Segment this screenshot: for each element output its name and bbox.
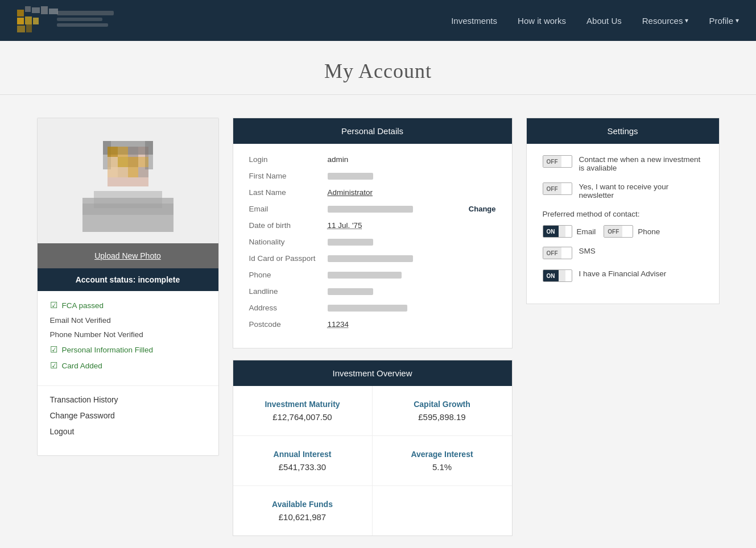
field-nationality-label: Nationality — [249, 238, 323, 246]
settings-sms: OFF SMS — [543, 247, 703, 259]
nav-resources[interactable]: Resources — [642, 16, 689, 26]
field-lastname-value: Administrator — [328, 188, 373, 197]
svg-rect-10 — [57, 11, 114, 15]
field-firstname-label: First Name — [249, 172, 323, 180]
svg-rect-26 — [118, 167, 128, 177]
svg-rect-30 — [82, 204, 173, 215]
contact-methods: ON Email OFF Phone — [543, 225, 703, 238]
field-address-label: Address — [249, 304, 323, 312]
personal-details-header: Personal Details — [233, 118, 512, 144]
field-landline: Landline — [249, 287, 496, 296]
left-panel: Upload New Photo Account status: incompl… — [37, 118, 219, 456]
invest-cell-empty — [373, 486, 512, 535]
field-id-card-label: Id Card or Passport — [249, 254, 323, 263]
status-phone: Phone Number Not Verified — [50, 330, 206, 339]
nav-investments[interactable]: Investments — [451, 16, 497, 26]
field-email: Email Change — [249, 205, 496, 213]
field-email-label: Email — [249, 205, 323, 213]
logo — [17, 6, 131, 35]
field-id-card-value — [328, 255, 413, 262]
settings-body: OFF Contact me when a new investment is … — [527, 144, 719, 304]
svg-rect-24 — [138, 157, 148, 167]
field-phone-value — [328, 272, 402, 279]
nav-profile[interactable]: Profile — [709, 16, 739, 26]
field-dob: Date of birth 11 Jul. '75 — [249, 221, 496, 230]
svg-rect-28 — [138, 167, 148, 177]
svg-rect-25 — [108, 167, 118, 177]
status-list: ☑ FCA passed Email Not Verified Phone Nu… — [38, 291, 218, 385]
settings-new-investment: OFF Contact me when a new investment is … — [543, 155, 703, 172]
svg-rect-1 — [25, 6, 31, 12]
page-title: My Account — [0, 59, 756, 83]
contact-phone: OFF Phone — [604, 225, 660, 238]
personal-details-body: Login admin First Name Last Name Adminis… — [233, 144, 512, 348]
invest-cell-avg: Average Interest 5.1% — [373, 436, 512, 486]
status-personal-info: ☑ Personal Information Filled — [50, 344, 206, 355]
investment-overview-card: Investment Overview Investment Maturity … — [233, 360, 513, 536]
svg-rect-2 — [32, 7, 40, 13]
investment-overview-header: Investment Overview — [233, 360, 512, 386]
logout-link[interactable]: Logout — [50, 427, 206, 436]
field-login: Login admin — [249, 155, 496, 164]
nav-about-us[interactable]: About Us — [586, 16, 622, 26]
settings-financial-adviser: ON I have a Financial Adviser — [543, 269, 703, 282]
svg-rect-3 — [41, 6, 48, 14]
field-dob-label: Date of birth — [249, 221, 323, 230]
field-login-value: admin — [328, 155, 349, 164]
nav-how-it-works[interactable]: How it works — [518, 16, 566, 26]
invest-cell-maturity: Investment Maturity £12,764,007.50 — [233, 386, 373, 436]
field-lastname-label: Last Name — [249, 188, 323, 197]
svg-rect-21 — [108, 157, 118, 167]
toggle-newsletter[interactable]: OFF — [543, 182, 572, 195]
svg-rect-4 — [49, 9, 58, 14]
field-dob-value: 11 Jul. '75 — [328, 221, 362, 230]
svg-rect-11 — [57, 18, 102, 21]
field-phone: Phone — [249, 271, 496, 279]
svg-rect-27 — [128, 167, 138, 177]
main-content: Upload New Photo Account status: incompl… — [26, 118, 731, 536]
field-postcode-value: 11234 — [328, 320, 349, 329]
personal-details-card: Personal Details Login admin First Name … — [233, 118, 513, 348]
toggle-new-investment[interactable]: OFF — [543, 155, 572, 168]
change-password-link[interactable]: Change Password — [50, 411, 206, 420]
contact-email: ON Email — [543, 225, 596, 238]
svg-rect-5 — [17, 18, 24, 24]
field-lastname: Last Name Administrator — [249, 188, 496, 197]
account-status: Account status: incomplete — [38, 268, 218, 291]
toggle-email[interactable]: ON — [543, 225, 572, 238]
upload-photo-button[interactable]: Upload New Photo — [38, 243, 218, 268]
transaction-history-link[interactable]: Transaction History — [50, 395, 206, 404]
toggle-financial-adviser[interactable]: ON — [543, 269, 572, 282]
field-firstname: First Name — [249, 172, 496, 180]
invest-cell-annual: Annual Interest £541,733.30 — [233, 436, 373, 486]
svg-rect-22 — [118, 157, 128, 167]
svg-rect-20 — [128, 147, 138, 157]
navbar: Investments How it works About Us Resour… — [0, 0, 756, 41]
page-header: My Account — [0, 41, 756, 95]
field-landline-label: Landline — [249, 287, 323, 296]
status-fca: ☑ FCA passed — [50, 300, 206, 310]
change-email-link[interactable]: Change — [469, 205, 496, 213]
field-nationality: Nationality — [249, 238, 496, 246]
middle-panel: Personal Details Login admin First Name … — [233, 118, 513, 536]
preferred-contact-label: Preferred method of contact: — [543, 210, 703, 218]
toggle-phone[interactable]: OFF — [604, 225, 633, 238]
avatar-area: Upload New Photo — [38, 118, 218, 268]
svg-rect-6 — [25, 16, 32, 24]
svg-rect-19 — [118, 147, 128, 157]
field-postcode-label: Postcode — [249, 320, 323, 329]
field-id-card: Id Card or Passport — [249, 254, 496, 263]
svg-rect-9 — [26, 24, 32, 32]
check-icon-personal: ☑ — [50, 344, 57, 355]
svg-rect-12 — [57, 23, 108, 27]
field-phone-label: Phone — [249, 271, 323, 279]
field-address-value — [328, 305, 407, 312]
nav-links: Investments How it works About Us Resour… — [451, 16, 739, 26]
status-card: ☑ Card Added — [50, 360, 206, 371]
field-landline-value — [328, 288, 373, 295]
svg-rect-8 — [17, 26, 25, 32]
toggle-sms[interactable]: OFF — [543, 247, 572, 259]
field-postcode: Postcode 11234 — [249, 320, 496, 329]
settings-newsletter: OFF Yes, I want to receive your newslett… — [543, 182, 703, 200]
check-icon-card: ☑ — [50, 360, 57, 371]
